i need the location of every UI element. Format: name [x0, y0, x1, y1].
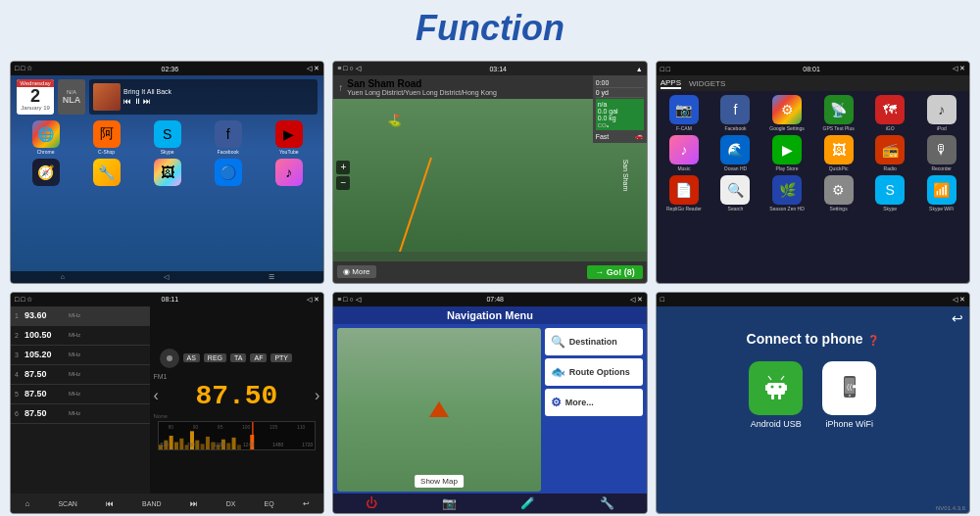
app-gsettings[interactable]: ⚙Google Settings: [763, 95, 811, 131]
app-chrome[interactable]: 🌐 Chrome: [17, 120, 74, 155]
app-search[interactable]: 🔍Search: [711, 175, 760, 211]
app-bluetooth[interactable]: 🔵: [199, 159, 257, 187]
alibaba-icon: 阿: [93, 120, 121, 148]
radio-next-btn[interactable]: ⏭: [190, 499, 198, 508]
tool-icon: 🔧: [93, 159, 121, 186]
svg-rect-20: [767, 383, 785, 395]
ctrl-pty[interactable]: PTY: [270, 353, 292, 362]
navmenu-camera-icon[interactable]: 📷: [442, 496, 457, 510]
radio-band-btn[interactable]: BAND: [142, 500, 161, 507]
preset-num-2: 2: [15, 332, 24, 339]
home-icon[interactable]: ⌂: [61, 273, 65, 280]
season-lbl: Season Zen HD: [769, 206, 805, 211]
freq-next-btn[interactable]: ›: [315, 387, 319, 404]
ctrl-as[interactable]: AS: [183, 353, 200, 362]
skype-wifi-lbl: Skype WiFi: [929, 206, 954, 211]
radio-knob[interactable]: [160, 349, 179, 368]
app-fcam[interactable]: 📷F-CAM: [661, 95, 709, 131]
app-pdf[interactable]: 📄RepliGo Reader: [661, 175, 709, 211]
preset-row-1[interactable]: 1 93.60 MHz: [11, 306, 150, 326]
app-skype[interactable]: S Skype: [138, 120, 196, 155]
music3-icon: ♪: [669, 135, 699, 164]
app-settings2[interactable]: ⚙Settings: [814, 175, 862, 211]
gps-lbl: GPS Test Plus: [823, 125, 855, 131]
connect-status-left: □: [661, 296, 664, 303]
app-tool[interactable]: 🔧: [77, 159, 135, 187]
prev-btn[interactable]: ⏮: [123, 97, 131, 106]
fcam-lbl: F-CAM: [676, 125, 692, 131]
preset-row-3[interactable]: 3 105.20 MHz: [11, 346, 150, 365]
tab-widgets[interactable]: WIDGETS: [689, 79, 725, 88]
svg-point-25: [770, 386, 773, 389]
nla-widget: N/A NLA: [58, 79, 85, 115]
next-btn[interactable]: ⏭: [143, 97, 151, 106]
stat-time: 0:00: [596, 78, 644, 88]
menu-icon[interactable]: ☰: [269, 273, 274, 281]
preset-row-4[interactable]: 4 87.50 MHz: [11, 365, 150, 385]
app-radio2[interactable]: 📻Radio: [866, 135, 914, 171]
freq-prev-btn[interactable]: ‹: [154, 387, 159, 404]
app-ocean[interactable]: 🌊Ocean HD: [711, 135, 760, 171]
nav-more-btn[interactable]: ◉ More: [337, 265, 375, 278]
svg-rect-21: [765, 385, 768, 391]
play-pause-btn[interactable]: ⏸: [133, 97, 141, 106]
android-usb-label: Android USB: [751, 419, 802, 429]
navmenu-status-time: 07:48: [486, 296, 504, 303]
app-facebook[interactable]: f Facebook: [199, 120, 257, 155]
app-skype2[interactable]: SSkype: [866, 175, 914, 211]
tab-apps[interactable]: APPS: [661, 78, 681, 89]
statusbar-3: □ □ 08:01 ◁ ✕: [657, 62, 969, 75]
app-recorder[interactable]: 🎙Recorder: [917, 135, 965, 171]
preset-row-5[interactable]: 5 87.50 MHz: [11, 385, 150, 404]
app-fb2[interactable]: fFacebook: [711, 95, 760, 131]
nav-more-menu-btn[interactable]: ⚙ More...: [545, 389, 643, 416]
preset-row-2[interactable]: 2 100.50 MHz: [11, 326, 150, 346]
ctrl-ta[interactable]: TA: [230, 353, 246, 362]
navmenu-tool-icon[interactable]: 🔧: [600, 496, 614, 510]
app-play[interactable]: ▶Play Store: [763, 135, 811, 171]
radio-spectrum: 5207601000124014801720 809095100105110: [158, 421, 317, 450]
app-photos[interactable]: 🖼: [138, 159, 196, 187]
app-season[interactable]: 🌿Season Zen HD: [763, 175, 811, 211]
app-gps[interactable]: 📡GPS Test Plus: [814, 95, 862, 131]
show-map-btn[interactable]: Show Map: [415, 475, 464, 488]
back-icon[interactable]: ◁: [164, 273, 169, 281]
app-music3[interactable]: ♪Music: [661, 135, 709, 171]
radio-dx-btn[interactable]: DX: [226, 500, 236, 507]
nav-destination-btn[interactable]: 🔍 Destination: [545, 328, 643, 355]
navmenu-flask-icon[interactable]: 🧪: [520, 496, 535, 510]
none-label: None: [154, 413, 320, 419]
nav-route-btn[interactable]: 🐟 Route Options: [545, 358, 643, 386]
app-youtube[interactable]: ▶ YouTube: [260, 120, 318, 155]
app-compass[interactable]: 🧭: [17, 159, 74, 187]
radio-prev-btn[interactable]: ⏮: [106, 499, 114, 508]
app-icons-row1: 🌐 Chrome 阿 C-Shop S Skype f Facebook ▶ Y…: [11, 118, 323, 157]
status-time-1: 02:36: [162, 66, 179, 72]
connect-help-icon[interactable]: ❓: [867, 335, 879, 346]
app-cshop[interactable]: 阿 C-Shop: [77, 120, 135, 155]
radio-back-icon[interactable]: ↩: [303, 499, 310, 508]
ctrl-af[interactable]: AF: [250, 353, 267, 362]
nav-go-btn[interactable]: → Go! (8): [587, 265, 643, 279]
app-ipod[interactable]: ♪iPod: [917, 95, 965, 131]
connect-back-btn[interactable]: ↩: [952, 310, 963, 326]
app-music2[interactable]: ♪: [260, 159, 318, 187]
navmenu-power-icon[interactable]: ⏻: [366, 496, 377, 510]
screen-navigation: ≡ □ ○ ◁ 03:14 ▲ ↑ San Sham Road Yuen Lon…: [332, 61, 647, 284]
radio-scan-btn[interactable]: SCAN: [58, 500, 76, 507]
ctrl-reg[interactable]: REG: [204, 353, 226, 362]
android-usb-option[interactable]: Android USB: [749, 361, 803, 429]
preset-row-6[interactable]: 6 87.50 MHz: [11, 404, 150, 424]
music-controls[interactable]: ⏮ ⏸ ⏭: [123, 97, 314, 106]
app-quick[interactable]: 🖼QuickPic: [814, 135, 862, 171]
tuner-freq-row: ‹ 87.50 ›: [154, 381, 320, 411]
radio-eq-btn[interactable]: EQ: [264, 500, 273, 507]
stat-co2: 0.0 kg: [598, 115, 642, 121]
photos-icon: 🖼: [154, 159, 181, 186]
app-skype-wifi[interactable]: 📶Skype WiFi: [917, 175, 965, 211]
music-widget[interactable]: Bring It All Back ⏮ ⏸ ⏭: [89, 79, 318, 115]
radio-home-icon[interactable]: ⌂: [25, 499, 30, 508]
preset-freq-3: 105.20: [24, 350, 69, 359]
app-igo[interactable]: 🗺iGO: [866, 95, 914, 131]
iphone-wifi-option[interactable]: ((●)) iPhone WiFi: [822, 361, 876, 429]
